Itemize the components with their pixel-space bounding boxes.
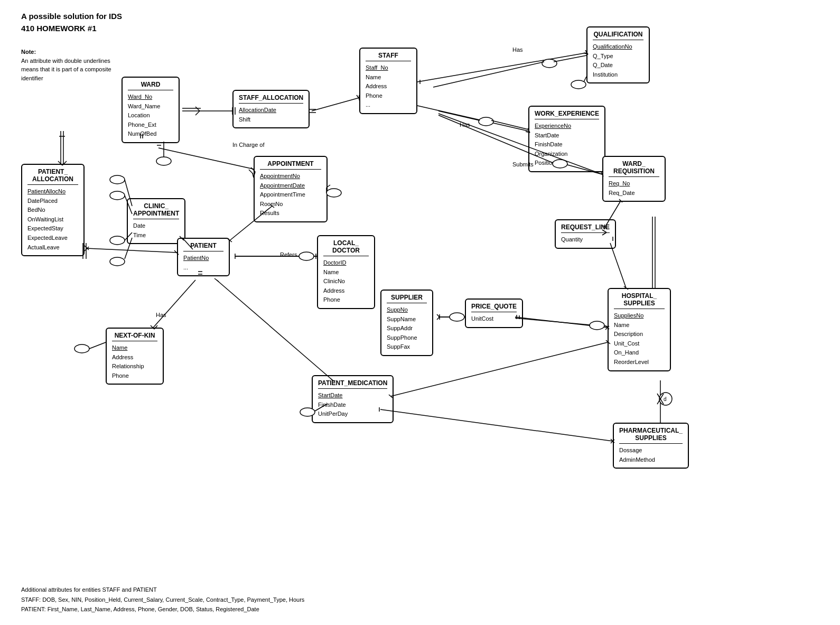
svg-point-122 [571, 80, 586, 89]
entity-patient-title: PATIENT [183, 242, 223, 251]
entity-supplier: SUPPLIER SuppNo SuppName SuppAddr SuppPh… [380, 290, 433, 356]
svg-line-54 [85, 246, 89, 250]
svg-line-41 [417, 106, 528, 131]
entity-pharmaceutical-supplies-title: PHARMACEUTICAL_ SUPPLIES [619, 427, 683, 444]
svg-point-136 [299, 252, 314, 260]
rel-in-charge-of: In Charge of [232, 142, 265, 148]
entity-staff: STAFF Staff_No Name Address Phone ... [359, 48, 417, 114]
rel-has-qualification: Has [512, 46, 523, 53]
entity-clinic-appointment-title: CLINIC_ APPOINTMENT [133, 202, 179, 219]
entity-appointment-title: APPOINTMENT [260, 160, 321, 170]
svg-point-105 [326, 189, 341, 197]
svg-point-108 [74, 344, 89, 353]
svg-line-29 [195, 111, 200, 115]
entity-request-line: REQUEST_LINE Quantity [555, 219, 616, 249]
entity-ward-requisition: WARD_ REQUISITION Req_No Req_Date [602, 156, 666, 202]
svg-line-28 [195, 107, 200, 111]
svg-point-127 [542, 59, 557, 68]
svg-line-52 [249, 170, 253, 174]
entity-work-experience-title: WORK_EXPERIENCE [535, 110, 599, 119]
svg-point-114 [156, 157, 171, 165]
svg-line-32 [312, 98, 359, 111]
page-title: A possible solution for IDS 410 HOMEWORK… [21, 11, 122, 34]
entity-patient: PATIENT PatientNo ... [177, 238, 230, 276]
entity-local-doctor: LOCAL_ DOCTOR DoctorID Name ClinicNo Add… [317, 235, 375, 309]
entity-staff-title: STAFF [366, 52, 411, 61]
svg-point-93 [659, 393, 672, 405]
entity-price-quote-title: PRICE_QUOTE [471, 303, 517, 312]
entity-patient-allocation: PATIENT_ ALLOCATION PatientAllocNo DateP… [21, 164, 85, 256]
entity-next-of-kin: NEXT-OF-KIN Name Address Relationship Ph… [106, 328, 164, 385]
svg-line-68 [217, 280, 333, 380]
entity-clinic-appointment: CLINIC_ APPOINTMENT Date Time [127, 198, 185, 244]
svg-line-134 [515, 318, 590, 325]
entity-patient-allocation-title: PATIENT_ ALLOCATION [27, 168, 78, 185]
rel-refers: Refers [280, 251, 297, 258]
svg-line-96 [657, 394, 664, 404]
svg-line-76 [437, 314, 440, 317]
entity-request-line-title: REQUEST_LINE [561, 223, 610, 233]
svg-line-69 [214, 278, 219, 282]
entity-hospital-supplies-title: HOSPITAL_ SUPPLIES [614, 292, 665, 309]
svg-point-100 [110, 257, 125, 266]
svg-line-65 [153, 280, 195, 328]
svg-line-78 [515, 317, 608, 328]
svg-line-126 [438, 111, 480, 120]
rel-has-work-experience: Has [460, 122, 470, 128]
svg-point-98 [110, 191, 125, 200]
entity-supplier-title: SUPPLIER [387, 294, 427, 303]
svg-line-55 [85, 247, 89, 251]
entity-ward: WARD Ward_No Ward_Name Location Phone_Ex… [122, 77, 180, 143]
entity-work-experience: WORK_EXPERIENCE ExperienceNo StartDate F… [528, 106, 605, 172]
svg-line-37 [417, 53, 586, 82]
svg-line-49 [158, 148, 254, 169]
svg-line-125 [491, 120, 528, 129]
entity-appointment: APPOINTMENT AppointmentNo AppointmentDat… [254, 156, 328, 222]
rel-has-next-of-kin: Has [156, 312, 166, 318]
svg-line-109 [89, 342, 106, 349]
svg-line-135 [604, 326, 608, 327]
entity-hospital-supplies: HOSPITAL_ SUPPLIES SuppliesNo Name Descr… [608, 288, 671, 371]
svg-line-146 [380, 409, 613, 441]
svg-line-128 [554, 55, 586, 62]
svg-point-130 [450, 313, 464, 321]
entity-staff-allocation-title: STAFF_ALLOCATION [239, 94, 303, 104]
svg-point-124 [479, 117, 493, 126]
entity-staff-allocation: STAFF_ALLOCATION AllocationDate Shift [232, 90, 310, 128]
entity-qualification-title: QUALIFICATION [593, 31, 643, 40]
svg-point-99 [110, 236, 125, 245]
entity-patient-medication: PATIENT_MEDICATION StartDate FinishDate … [312, 375, 394, 423]
entity-local-doctor-title: LOCAL_ DOCTOR [323, 239, 369, 256]
entity-qualification: QUALIFICATION QualificationNo Q_Type Q_D… [586, 26, 650, 83]
note-block: Note: An attribute with double underline… [21, 48, 116, 82]
rel-submits: Submits [512, 161, 534, 167]
svg-point-133 [590, 321, 604, 330]
footer: Additional attributes for entities STAFF… [21, 585, 304, 614]
entity-price-quote: PRICE_QUOTE UnitCost [465, 298, 523, 328]
entity-ward-requisition-title: WARD_ REQUISITION [609, 160, 659, 177]
svg-line-88 [610, 243, 626, 288]
svg-line-53 [86, 248, 177, 253]
svg-line-95 [657, 394, 664, 404]
entity-patient-medication-title: PATIENT_MEDICATION [318, 379, 387, 389]
entity-next-of-kin-title: NEXT-OF-KIN [112, 332, 157, 341]
svg-line-129 [433, 62, 544, 87]
svg-text:d: d [664, 396, 667, 402]
entity-ward-title: WARD [128, 81, 173, 90]
svg-line-77 [437, 317, 440, 320]
svg-point-97 [110, 175, 125, 184]
entity-pharmaceutical-supplies: PHARMACEUTICAL_ SUPPLIES Dossage AdminMe… [613, 423, 689, 469]
